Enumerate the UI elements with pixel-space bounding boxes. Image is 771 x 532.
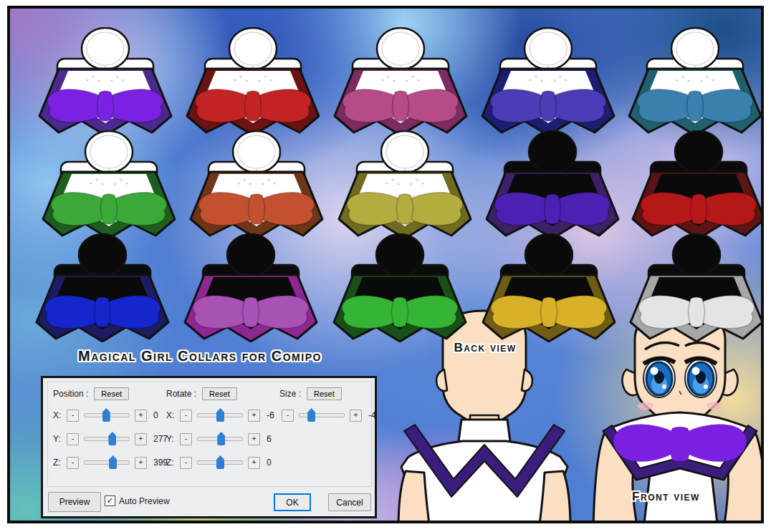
slider-minus-button[interactable]: -: [282, 410, 294, 422]
slider-plus-button[interactable]: +: [135, 410, 147, 422]
slider-row: X:-+-6: [166, 406, 287, 425]
slider-track[interactable]: [197, 460, 243, 465]
auto-preview-label: Auto Preview: [119, 496, 170, 506]
group-label: Rotate :: [166, 389, 196, 399]
slider-track[interactable]: [84, 460, 130, 465]
slider-minus-button[interactable]: -: [67, 433, 79, 445]
collar-swatch-brick-red: [181, 130, 332, 239]
reset-button[interactable]: Reset: [94, 387, 129, 400]
axis-label: Z:: [53, 458, 64, 468]
group-label: Size :: [279, 389, 301, 399]
collar-swatch-olive: [330, 130, 480, 239]
slider-minus-button[interactable]: -: [180, 433, 192, 445]
slider-row: Z:-+399: [53, 453, 173, 472]
axis-label: Z:: [166, 458, 178, 468]
screenshot-root: Magical Girl Collars for Comipo Back vie…: [0, 0, 771, 532]
collar-swatch-red: [178, 27, 328, 136]
slider-track[interactable]: [84, 437, 130, 441]
slider-track[interactable]: [299, 413, 345, 417]
slider-plus-button[interactable]: +: [135, 457, 147, 469]
slider-minus-button[interactable]: -: [67, 457, 79, 469]
slider-value: 0: [267, 458, 287, 468]
slider-track[interactable]: [197, 413, 243, 417]
collar-swatch-silver-on-black: [621, 233, 764, 342]
slider-thumb[interactable]: [216, 408, 224, 422]
slider-thumb[interactable]: [102, 408, 110, 422]
collar-swatch-magenta: [325, 27, 476, 136]
axis-label: Y:: [166, 434, 178, 444]
slider-row: Y:-+6: [166, 430, 287, 448]
slider-value: 6: [267, 434, 287, 444]
slider-plus-button[interactable]: +: [248, 457, 260, 469]
slider-value: -4: [368, 410, 388, 420]
preview-button[interactable]: Preview: [48, 492, 101, 512]
axis-label: Y:: [53, 434, 64, 444]
slider-plus-button[interactable]: +: [350, 410, 362, 422]
slider-thumb[interactable]: [108, 432, 116, 445]
slider-track[interactable]: [84, 413, 130, 417]
collar-swatch-red-on-black: [623, 130, 764, 239]
cancel-button[interactable]: Cancel: [328, 493, 371, 511]
transform-dialog: Position :ResetX:-+0Y:-+277Z:-+399Rotate…: [41, 376, 377, 518]
collar-swatch-blue-on-black: [27, 233, 178, 342]
slider-row: Z:-+0: [166, 453, 287, 472]
slider-thumb[interactable]: [217, 432, 225, 445]
comic-panel: Magical Girl Collars for Comipo Back vie…: [7, 6, 764, 523]
slider-thumb[interactable]: [109, 455, 117, 469]
slider-group-size: Size :Reset-+-4: [279, 387, 388, 425]
collar-swatch-purple: [30, 27, 181, 136]
front-view-label: Front view: [621, 490, 711, 504]
ok-button[interactable]: OK: [274, 493, 311, 511]
collar-swatch-steel-blue: [620, 27, 764, 136]
slider-plus-button[interactable]: +: [248, 433, 260, 445]
collar-swatch-green-on-black: [325, 233, 475, 342]
group-label: Position :: [53, 389, 88, 399]
slider-row: -+-4: [279, 406, 388, 425]
slider-plus-button[interactable]: +: [248, 410, 260, 422]
reset-button[interactable]: Reset: [307, 387, 342, 400]
collar-swatch-indigo: [473, 27, 623, 136]
slider-minus-button[interactable]: -: [67, 410, 79, 422]
axis-label: X:: [53, 410, 64, 420]
collar-swatch-gold-on-black: [474, 233, 624, 342]
slider-thumb[interactable]: [216, 455, 224, 469]
slider-row: Y:-+277: [53, 430, 173, 448]
page-title: Magical Girl Collars for Comipo: [71, 348, 329, 364]
back-view-label: Back view: [439, 341, 532, 355]
axis-label: X:: [166, 410, 178, 420]
slider-track[interactable]: [197, 437, 243, 441]
slider-group-position: Position :ResetX:-+0Y:-+277Z:-+399: [53, 387, 173, 472]
slider-plus-button[interactable]: +: [135, 433, 147, 445]
collar-swatch-violet-on-black: [477, 130, 628, 239]
slider-group-rotate: Rotate :ResetX:-+-6Y:-+6Z:-+0: [166, 387, 287, 472]
slider-minus-button[interactable]: -: [180, 457, 192, 469]
auto-preview-checkbox[interactable]: ✓: [105, 495, 115, 506]
slider-thumb[interactable]: [307, 408, 315, 422]
reset-button[interactable]: Reset: [202, 387, 237, 400]
slider-minus-button[interactable]: -: [180, 410, 192, 422]
collar-swatch-green: [34, 130, 184, 239]
slider-row: X:-+0: [53, 406, 173, 425]
collar-swatch-orchid-on-black: [176, 233, 326, 342]
auto-preview-checkbox-row: ✓ Auto Preview: [105, 495, 170, 506]
